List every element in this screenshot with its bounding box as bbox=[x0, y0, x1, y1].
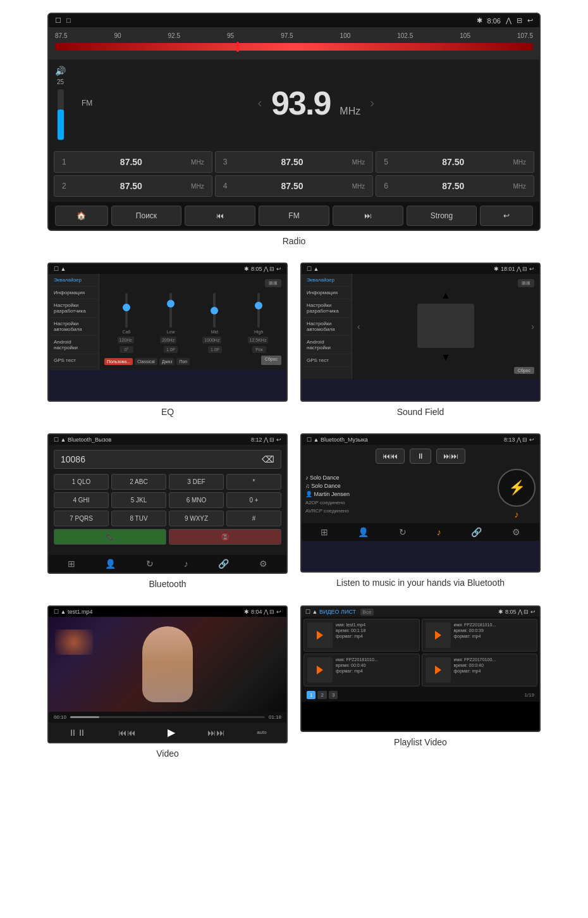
preset-2[interactable]: 2 87.50 MHz bbox=[54, 175, 212, 197]
sf-up-arrow[interactable]: ▲ bbox=[364, 290, 528, 301]
eq-low-track[interactable] bbox=[169, 293, 172, 328]
eq-reset-button[interactable]: Сброс bbox=[261, 356, 281, 365]
eq-mid-thumb bbox=[211, 307, 218, 314]
sf-topbar-right: ✱ 18:01 ⋀ ⊟ ↩ bbox=[494, 266, 534, 272]
preset-3[interactable]: 3 87.50 MHz bbox=[215, 151, 374, 173]
eq-preset-user[interactable]: Пользова... bbox=[104, 358, 133, 365]
bt-call-button[interactable]: 📞 bbox=[54, 529, 166, 545]
strong-button[interactable]: Strong bbox=[407, 206, 477, 226]
bt-bottom-music[interactable]: ♪ bbox=[184, 559, 188, 569]
radio-back-button[interactable]: ↩ bbox=[480, 206, 533, 226]
bt-bottom-keypad[interactable]: ⊞ bbox=[68, 559, 75, 569]
bt-key-0[interactable]: 0 + bbox=[226, 492, 281, 508]
sf-left-arrow[interactable]: ‹ bbox=[357, 321, 360, 332]
bt-end-button[interactable]: 📵 bbox=[169, 529, 281, 545]
video-progress-bar[interactable] bbox=[70, 716, 265, 718]
freq-next-arrow[interactable]: › bbox=[370, 96, 374, 110]
btm-track1: ♪ Solo Dance bbox=[305, 475, 491, 481]
freq-slider-track[interactable] bbox=[55, 43, 533, 51]
btm-bottom-keypad[interactable]: ⊞ bbox=[321, 527, 328, 537]
video-progress-fill bbox=[70, 716, 99, 718]
btm-play-button[interactable]: ⏸ bbox=[410, 449, 431, 464]
window-icon: ☐ bbox=[55, 16, 61, 25]
prev-button[interactable]: ⏮ bbox=[185, 206, 255, 226]
video-current-time: 00:10 bbox=[54, 714, 66, 720]
pv-page-1[interactable]: 1 bbox=[307, 691, 315, 699]
bt-key-9[interactable]: 9 WXYZ bbox=[169, 511, 224, 526]
sf-menu-android[interactable]: Android настройки bbox=[302, 336, 352, 354]
eq-preset-jazz[interactable]: Джаз bbox=[159, 358, 175, 365]
bt-backspace-icon[interactable]: ⌫ bbox=[262, 454, 274, 464]
bt-key-hash[interactable]: # bbox=[226, 511, 281, 526]
pv-item-1[interactable]: имя: test1.mp4 время: 00:1:18 формат: mp… bbox=[303, 619, 420, 652]
bt-key-6[interactable]: 6 MNO bbox=[169, 492, 224, 508]
preset-6[interactable]: 6 87.50 MHz bbox=[376, 175, 534, 197]
eq-menu-dev[interactable]: Настройки разработчика bbox=[49, 299, 99, 318]
preset-5[interactable]: 5 87.50 MHz bbox=[376, 151, 534, 173]
search-button[interactable]: Поиск bbox=[111, 206, 182, 226]
video-duration: 01:18 bbox=[269, 714, 281, 720]
video-auto-label[interactable]: auto bbox=[257, 729, 267, 735]
sf-menu-car[interactable]: Настройки автомобиля bbox=[302, 318, 352, 336]
eq-menu-equalizer[interactable]: Эквалайзер bbox=[49, 274, 99, 287]
video-next-button[interactable]: ⏭⏭ bbox=[207, 728, 225, 738]
freq-prev-arrow[interactable]: ‹ bbox=[257, 96, 262, 110]
sf-menu-info[interactable]: Информация bbox=[302, 287, 352, 299]
bt-key-4[interactable]: 4 GHI bbox=[54, 492, 109, 508]
eq-sub-track[interactable] bbox=[125, 293, 128, 328]
bt-bottom-contacts[interactable]: 👤 bbox=[105, 559, 116, 569]
sf-menu-dev[interactable]: Настройки разработчика bbox=[302, 299, 352, 318]
sf-menu-gps[interactable]: GPS тест bbox=[302, 354, 352, 367]
preset-1[interactable]: 1 87.50 MHz bbox=[54, 151, 212, 173]
bt-key-5[interactable]: 5 JKL bbox=[111, 492, 166, 508]
fm-label: FM bbox=[82, 99, 92, 108]
bt-key-1[interactable]: 1 QLO bbox=[54, 474, 109, 490]
preset-4[interactable]: 4 87.50 MHz bbox=[215, 175, 374, 197]
eq-mid-track[interactable] bbox=[213, 293, 216, 328]
video-settings-icon[interactable]: ⏸⏸ bbox=[68, 728, 86, 738]
eq-menu-car[interactable]: Настройки автомобиля bbox=[49, 318, 99, 336]
btm-next-button[interactable]: ⏭⏭ bbox=[436, 449, 465, 464]
eq-topbar-left: ☐ ▲ bbox=[54, 266, 66, 272]
bt-key-3[interactable]: 3 DEF bbox=[169, 474, 224, 490]
bt-key-8[interactable]: 8 TUV bbox=[111, 511, 166, 526]
eq-preset-classical[interactable]: Classical bbox=[135, 358, 157, 365]
btm-bottom-settings[interactable]: ⚙ bbox=[512, 527, 520, 537]
home-button[interactable]: 🏠 bbox=[55, 206, 108, 226]
sf-down-arrow[interactable]: ▼ bbox=[364, 352, 528, 363]
video-prev-button[interactable]: ⏮⏮ bbox=[118, 728, 136, 738]
playlist-label: Playlist Video bbox=[300, 737, 541, 747]
eq-sub-label: Саб bbox=[123, 330, 131, 334]
eq-menu-android[interactable]: Android настройки bbox=[49, 336, 99, 354]
pv-page-3[interactable]: 3 bbox=[329, 691, 338, 699]
bt-bottom-settings[interactable]: ⚙ bbox=[259, 559, 267, 569]
bt-key-star[interactable]: * bbox=[226, 474, 281, 490]
btm-bottom-music[interactable]: ♪ bbox=[437, 527, 441, 537]
pv-item-2[interactable]: имя: FPZ20181010... время: 00:0:39 форма… bbox=[422, 619, 538, 652]
btm-bottom-contacts[interactable]: 👤 bbox=[358, 527, 369, 537]
pv-item-4[interactable]: имя: FPZ20170100... время: 00:0:40 форма… bbox=[422, 654, 538, 686]
bt-key-2[interactable]: 2 ABC bbox=[111, 474, 166, 490]
bt-bottom-link[interactable]: 🔗 bbox=[218, 559, 229, 569]
eq-menu-gps[interactable]: GPS тест bbox=[49, 354, 99, 367]
pv-filter[interactable]: Все bbox=[360, 609, 374, 616]
btm-prev-button[interactable]: ⏮⏮ bbox=[376, 449, 405, 464]
btm-bottom-recent[interactable]: ↻ bbox=[399, 527, 407, 537]
eq-menu-info[interactable]: Информация bbox=[49, 287, 99, 299]
btm-bottom-link[interactable]: 🔗 bbox=[471, 527, 482, 537]
pv-item-3[interactable]: имя: FPZ20181010... время: 00:0:40 форма… bbox=[303, 654, 420, 686]
sf-reset-button[interactable]: Сброс bbox=[514, 367, 534, 374]
next-button[interactable]: ⏭ bbox=[333, 206, 403, 226]
sf-right-arrow[interactable]: › bbox=[531, 321, 534, 332]
eq-3d-button[interactable]: ⊞⊞ bbox=[265, 279, 281, 287]
volume-bar[interactable] bbox=[58, 89, 64, 140]
bt-key-7[interactable]: 7 PQRS bbox=[54, 511, 109, 526]
pv-page-2[interactable]: 2 bbox=[317, 691, 326, 699]
eq-high-track[interactable] bbox=[257, 293, 260, 328]
video-play-button[interactable]: ▶ bbox=[168, 726, 175, 738]
fm-button[interactable]: FM bbox=[259, 206, 329, 226]
sf-menu-eq[interactable]: Эквалайзер bbox=[302, 274, 352, 287]
sf-icon-button[interactable]: ⊞⊞ bbox=[518, 279, 534, 287]
bt-bottom-recent[interactable]: ↻ bbox=[146, 559, 154, 569]
eq-preset-pop[interactable]: Поп bbox=[176, 358, 190, 365]
